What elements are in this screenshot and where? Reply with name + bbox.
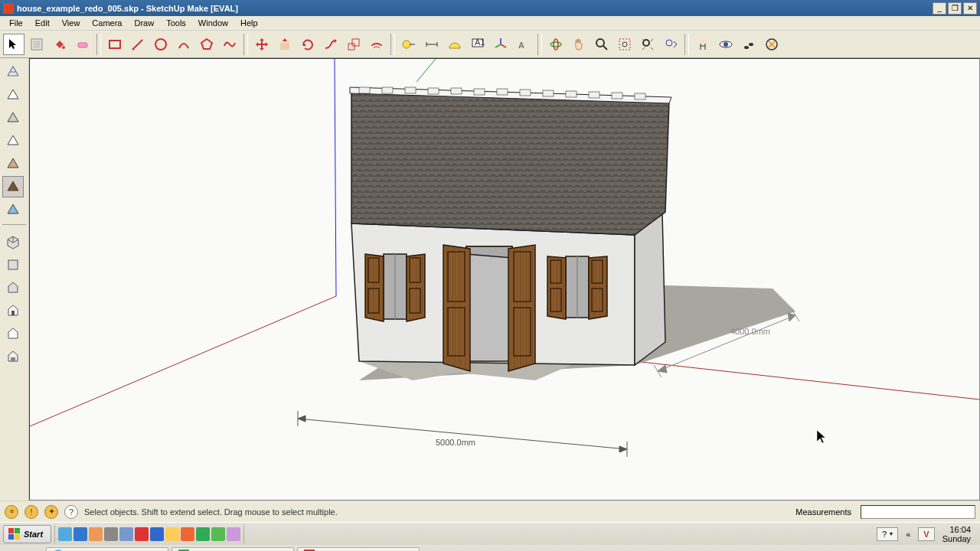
zoom-tool[interactable] (591, 34, 612, 55)
position-camera-tool[interactable] (692, 34, 714, 55)
3dtext-tool[interactable]: A (513, 34, 534, 55)
select-tool[interactable] (3, 34, 24, 55)
svg-rect-56 (405, 87, 416, 93)
orbit-tool[interactable] (545, 34, 567, 55)
make-component-tool[interactable] (26, 34, 47, 55)
circle-tool[interactable] (150, 34, 172, 55)
tray-expand[interactable]: « (906, 530, 910, 539)
ql-ie-icon[interactable] (74, 527, 87, 541)
move-tool[interactable] (251, 34, 273, 55)
previous-view-tool[interactable] (660, 34, 681, 55)
view-iso[interactable] (2, 231, 24, 253)
svg-rect-37 (8, 260, 18, 269)
dimension-depth: 4000.0mm (730, 327, 770, 336)
style-textured[interactable] (2, 176, 24, 197)
styles-toolbar (0, 58, 29, 500)
menu-help[interactable]: Help (234, 17, 264, 29)
menu-tools[interactable]: Tools (160, 17, 192, 29)
svg-rect-60 (497, 89, 508, 95)
zoom-window-tool[interactable] (614, 34, 635, 55)
view-front[interactable] (2, 277, 24, 298)
view-right[interactable] (2, 300, 24, 321)
menu-camera[interactable]: Camera (86, 17, 128, 29)
ql-notes-icon[interactable] (165, 527, 179, 541)
svg-point-34 (744, 46, 749, 49)
task-sketchup[interactable]: house_example_redo... (297, 547, 420, 551)
walk-tool[interactable] (738, 34, 760, 55)
style-monochrome[interactable] (2, 153, 24, 174)
followme-tool[interactable] (320, 34, 341, 55)
view-left[interactable] (2, 346, 24, 367)
scale-tool[interactable] (343, 34, 364, 55)
section-plane-tool[interactable] (761, 34, 782, 55)
eraser-tool[interactable] (72, 34, 93, 55)
style-shaded-textures[interactable] (2, 130, 24, 152)
svg-rect-38 (11, 311, 15, 315)
offset-tool[interactable] (366, 34, 387, 55)
style-hidden-line[interactable] (2, 84, 24, 106)
maximize-button[interactable]: ❐ (948, 2, 962, 15)
view-back[interactable] (2, 323, 24, 344)
axes-tool[interactable] (490, 34, 511, 55)
start-button[interactable]: Start (3, 525, 51, 543)
pan-tool[interactable] (568, 34, 590, 55)
tray-clock[interactable]: 16:04 Sunday (942, 525, 971, 543)
polygon-tool[interactable] (196, 34, 217, 55)
pushpull-tool[interactable] (274, 34, 296, 55)
rotate-tool[interactable] (297, 34, 318, 55)
view-top[interactable] (2, 254, 24, 276)
svg-rect-3 (78, 43, 87, 47)
3d-viewport[interactable]: 5000.0mm 4000.0mm (29, 58, 980, 500)
svg-marker-47 (635, 212, 665, 365)
measurements-input[interactable] (861, 505, 975, 519)
ql-explorer-icon[interactable] (89, 527, 103, 541)
ql-app3-icon[interactable] (211, 527, 225, 541)
quick-launch (54, 525, 244, 543)
protractor-tool[interactable] (444, 34, 466, 55)
line-tool[interactable] (127, 34, 149, 55)
zoom-extents-tool[interactable] (637, 34, 658, 55)
svg-point-33 (724, 42, 728, 47)
menu-view[interactable]: View (56, 17, 87, 29)
task-recording[interactable]: Recording... (172, 547, 294, 551)
svg-rect-27 (619, 39, 630, 50)
tray-help[interactable]: ?▾ (877, 527, 898, 541)
look-around-tool[interactable] (715, 34, 737, 55)
minimize-button[interactable]: _ (933, 2, 946, 15)
ql-sketchup-icon[interactable] (135, 527, 149, 541)
style-shaded[interactable] (2, 107, 24, 129)
ql-app1-icon[interactable] (119, 527, 133, 541)
freehand-tool[interactable] (219, 34, 240, 55)
menu-file[interactable]: File (3, 17, 29, 29)
tray-v-icon[interactable]: V (918, 527, 934, 541)
ql-desktop-icon[interactable] (58, 527, 72, 541)
dimension-width: 5000.0mm (436, 438, 475, 447)
taskbar: Start ?▾ « V 16:04 Sunday (0, 522, 980, 545)
help-icon-3[interactable]: ? (64, 505, 78, 519)
rectangle-tool[interactable] (104, 34, 126, 55)
info-icon[interactable]: ⚬ (5, 505, 18, 519)
ql-firefox-icon[interactable] (181, 527, 194, 541)
ql-app4-icon[interactable] (227, 527, 240, 541)
menu-window[interactable]: Window (192, 17, 234, 29)
help-icon-1[interactable]: ! (24, 505, 38, 519)
svg-rect-100 (8, 528, 14, 533)
menu-edit[interactable]: Edit (29, 17, 56, 29)
svg-rect-103 (15, 534, 20, 540)
close-button[interactable]: ✕ (963, 2, 977, 15)
menu-draw[interactable]: Draw (128, 17, 160, 29)
ql-app2-icon[interactable] (196, 527, 210, 541)
arc-tool[interactable] (173, 34, 194, 55)
text-tool[interactable]: A1 (467, 34, 488, 55)
help-icon-2[interactable]: ✦ (44, 505, 58, 519)
taskbar-items: Network Connections Recording... house_e… (0, 545, 980, 551)
ql-gimp-icon[interactable] (104, 527, 118, 541)
task-network[interactable]: Network Connections (46, 547, 168, 551)
style-wireframe[interactable] (2, 61, 24, 83)
tapemeasure-tool[interactable] (398, 34, 420, 55)
paint-bucket-tool[interactable] (49, 34, 70, 55)
dimension-tool[interactable] (421, 34, 443, 55)
svg-line-20 (501, 44, 506, 47)
style-xray[interactable] (2, 199, 24, 220)
ql-save-icon[interactable] (150, 527, 164, 541)
